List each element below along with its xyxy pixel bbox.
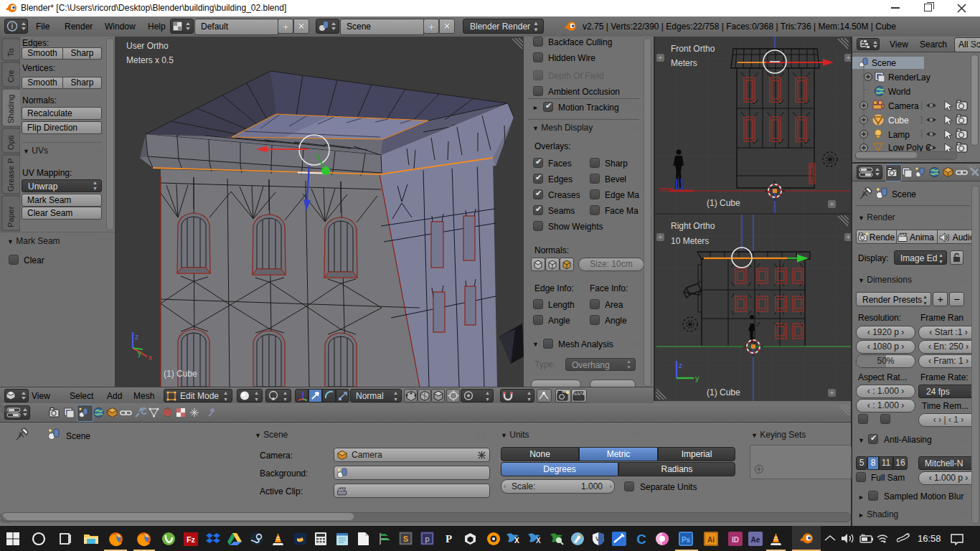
svg-text:+: +	[658, 232, 662, 241]
svg-text:Fz: Fz	[187, 535, 196, 544]
svg-text:i: i	[11, 22, 14, 30]
svg-text:Cre: Cre	[6, 70, 15, 83]
svg-text:C: C	[636, 532, 646, 546]
svg-text:User Ortho: User Ortho	[126, 41, 169, 51]
svg-text:z: z	[135, 333, 138, 341]
svg-text:10 Meters: 10 Meters	[671, 236, 709, 246]
svg-text:Grease P: Grease P	[6, 159, 15, 192]
svg-text:(1) Cube: (1) Cube	[707, 387, 740, 397]
svg-text:V: V	[595, 535, 600, 542]
svg-text:+: +	[658, 53, 662, 62]
svg-text:p: p	[425, 534, 429, 543]
svg-text:X: X	[514, 537, 519, 545]
svg-text:(1) Cube: (1) Cube	[164, 369, 197, 379]
svg-text:Paper: Paper	[6, 206, 15, 227]
svg-text:x: x	[149, 354, 152, 362]
svg-text:P: P	[446, 533, 452, 545]
svg-text:y: y	[695, 374, 699, 382]
svg-text:+: +	[829, 388, 834, 397]
svg-text:X: X	[536, 537, 541, 545]
svg-text:Ae: Ae	[751, 536, 760, 544]
svg-text:S: S	[403, 534, 408, 543]
svg-text:+: +	[846, 232, 850, 241]
svg-text:Shading: Shading	[6, 95, 15, 123]
svg-text:Ai: Ai	[707, 536, 715, 544]
svg-text:Front Ortho: Front Ortho	[671, 44, 715, 54]
svg-text:Ps: Ps	[682, 536, 691, 544]
svg-text:+: +	[829, 199, 834, 208]
svg-text:z: z	[679, 362, 682, 369]
svg-text:+: +	[846, 53, 850, 62]
svg-text:(1) Cube: (1) Cube	[707, 198, 740, 208]
svg-text:Meters: Meters	[671, 58, 697, 68]
svg-text:ID: ID	[732, 536, 739, 544]
svg-text:Right Ortho: Right Ortho	[671, 221, 715, 231]
svg-text:Meters x 0.5: Meters x 0.5	[126, 55, 174, 65]
svg-text:y: y	[138, 349, 141, 357]
svg-text:Opti: Opti	[6, 136, 15, 150]
svg-text:To: To	[6, 48, 15, 57]
